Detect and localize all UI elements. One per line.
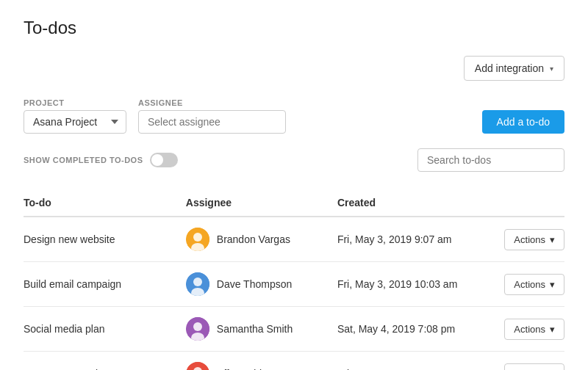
actions-cell: Actions▾: [500, 262, 564, 307]
filters-row: PROJECT Asana Project ASSIGNEE Add a to-…: [24, 98, 564, 134]
top-bar: Add integration ▾: [24, 56, 564, 81]
assignee-name: Dave Thompson: [217, 278, 292, 290]
todo-cell: Social media plan: [24, 307, 186, 352]
assignee-label: ASSIGNEE: [138, 98, 286, 107]
secondary-row: SHOW COMPLETED TO-DOS: [24, 148, 564, 172]
assignee-cell: Samantha Smith: [186, 307, 337, 352]
page-title: To-dos: [24, 18, 564, 38]
project-select[interactable]: Asana Project: [24, 110, 126, 134]
add-integration-label: Add integration: [475, 62, 544, 74]
assignee-input[interactable]: [138, 110, 286, 134]
todo-cell: Run test campaign: [24, 352, 186, 371]
project-label: PROJECT: [24, 98, 126, 107]
actions-button[interactable]: Actions▾: [504, 274, 564, 295]
assignee-filter-group: ASSIGNEE: [138, 98, 286, 134]
todos-table: To-do Assignee Created Design new websit…: [24, 189, 564, 370]
todo-cell: Design new website: [24, 217, 186, 262]
chevron-down-icon: ▾: [550, 324, 555, 335]
created-cell: Fri, May 3, 2019 1:02 pm: [337, 352, 500, 371]
assignee-name: Samantha Smith: [217, 323, 293, 335]
table-header-row: To-do Assignee Created: [24, 189, 564, 217]
actions-button[interactable]: Actions▾: [504, 363, 564, 371]
project-filter-group: PROJECT Asana Project: [24, 98, 126, 134]
actions-button[interactable]: Actions▾: [504, 319, 564, 340]
avatar: [186, 228, 209, 251]
actions-label: Actions: [514, 234, 545, 245]
actions-button[interactable]: Actions▾: [504, 229, 564, 250]
assignee-cell: Effy Rodriguez: [186, 352, 337, 371]
assignee-cell: Dave Thompson: [186, 262, 337, 307]
table-row: Design new website Brandon VargasFri, Ma…: [24, 217, 564, 262]
add-todo-button[interactable]: Add a to-do: [482, 110, 564, 134]
svg-point-7: [193, 322, 202, 331]
col-header-assignee: Assignee: [186, 189, 337, 217]
actions-label: Actions: [514, 279, 545, 290]
todo-cell: Build email campaign: [24, 262, 186, 307]
col-header-todo: To-do: [24, 189, 186, 217]
avatar: [186, 317, 209, 341]
chevron-down-icon: ▾: [550, 279, 555, 290]
table-row: Run test campaign Effy RodriguezFri, May…: [24, 352, 564, 371]
chevron-down-icon: ▾: [550, 65, 553, 73]
assignee-name: Brandon Vargas: [217, 233, 290, 245]
search-input[interactable]: [417, 148, 564, 172]
actions-cell: Actions▾: [500, 352, 564, 371]
table-row: Social media plan Samantha SmithSat, May…: [24, 307, 564, 352]
chevron-down-icon: ▾: [550, 234, 555, 245]
actions-label: Actions: [514, 324, 545, 335]
created-cell: Sat, May 4, 2019 7:08 pm: [337, 307, 500, 352]
add-integration-button[interactable]: Add integration ▾: [464, 56, 564, 81]
created-cell: Fri, May 3, 2019 10:03 am: [337, 262, 500, 307]
created-cell: Fri, May 3, 2019 9:07 am: [337, 217, 500, 262]
avatar: [186, 272, 209, 296]
table-row: Build email campaign Dave ThompsonFri, M…: [24, 262, 564, 307]
show-completed-toggle[interactable]: [150, 153, 178, 167]
svg-point-1: [193, 233, 202, 242]
col-header-actions: [500, 189, 564, 217]
avatar: [186, 362, 209, 370]
actions-cell: Actions▾: [500, 307, 564, 352]
show-completed-group: SHOW COMPLETED TO-DOS: [24, 153, 178, 167]
page-container: To-dos Add integration ▾ PROJECT Asana P…: [0, 0, 588, 370]
show-completed-label: SHOW COMPLETED TO-DOS: [24, 156, 143, 164]
col-header-created: Created: [337, 189, 500, 217]
actions-cell: Actions▾: [500, 217, 564, 262]
assignee-cell: Brandon Vargas: [186, 217, 337, 262]
svg-point-4: [193, 278, 202, 286]
